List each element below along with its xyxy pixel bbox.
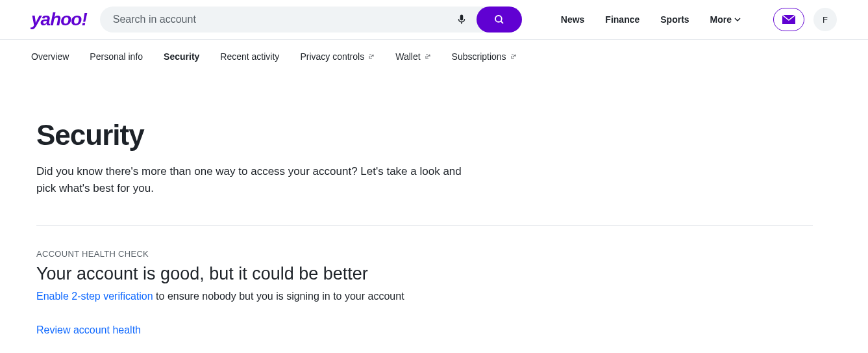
external-link-icon <box>425 53 431 60</box>
section-body: Enable 2-step verification to ensure nob… <box>36 291 813 302</box>
search-bar <box>100 7 522 33</box>
microphone-icon[interactable] <box>456 14 467 25</box>
topnav-finance[interactable]: Finance <box>605 14 639 25</box>
topnav-more-label: More <box>710 14 732 25</box>
svg-line-1 <box>501 21 502 23</box>
section-label: ACCOUNT HEALTH CHECK <box>36 249 813 259</box>
review-account-health-link[interactable]: Review account health <box>36 324 141 336</box>
subnav-recent-activity[interactable]: Recent activity <box>220 51 279 62</box>
subnav-overview[interactable]: Overview <box>31 51 69 62</box>
topnav-news[interactable]: News <box>561 14 585 25</box>
chevron-down-icon <box>734 16 741 23</box>
search-input[interactable] <box>113 14 447 25</box>
header-right: F <box>773 8 837 31</box>
divider <box>36 225 813 226</box>
avatar[interactable]: F <box>813 8 837 31</box>
section-heading: Your account is good, but it could be be… <box>36 264 813 284</box>
subnav-personal-info[interactable]: Personal info <box>90 51 143 62</box>
account-health-section: ACCOUNT HEALTH CHECK Your account is goo… <box>36 249 813 336</box>
subnav-privacy-controls[interactable]: Privacy controls <box>300 51 375 62</box>
topnav-sports[interactable]: Sports <box>660 14 689 25</box>
mail-button[interactable] <box>773 8 804 31</box>
top-nav: News Finance Sports More <box>561 14 741 25</box>
section-body-rest: to ensure nobody but you is signing in t… <box>153 291 404 302</box>
yahoo-logo[interactable]: yahoo! <box>31 9 87 30</box>
mail-icon <box>782 15 795 24</box>
main-content: Security Did you know there's more than … <box>0 73 844 353</box>
search-icon <box>493 14 505 25</box>
enable-2step-link[interactable]: Enable 2-step verification <box>36 291 153 302</box>
page-description: Did you know there's more than one way t… <box>36 163 465 196</box>
svg-point-0 <box>495 16 502 22</box>
subnav-subscriptions-label: Subscriptions <box>452 51 506 62</box>
external-link-icon <box>510 53 517 60</box>
page-title: Security <box>36 119 813 151</box>
subnav-subscriptions[interactable]: Subscriptions <box>452 51 517 62</box>
subnav-wallet[interactable]: Wallet <box>395 51 430 62</box>
search-button[interactable] <box>477 7 522 33</box>
topnav-more[interactable]: More <box>710 14 741 25</box>
subnav-wallet-label: Wallet <box>395 51 420 62</box>
account-subnav: Overview Personal info Security Recent a… <box>0 40 868 73</box>
subnav-privacy-label: Privacy controls <box>300 51 364 62</box>
site-header: yahoo! News Finance Sports More F <box>0 0 868 40</box>
subnav-security[interactable]: Security <box>164 51 199 62</box>
external-link-icon <box>368 53 375 60</box>
